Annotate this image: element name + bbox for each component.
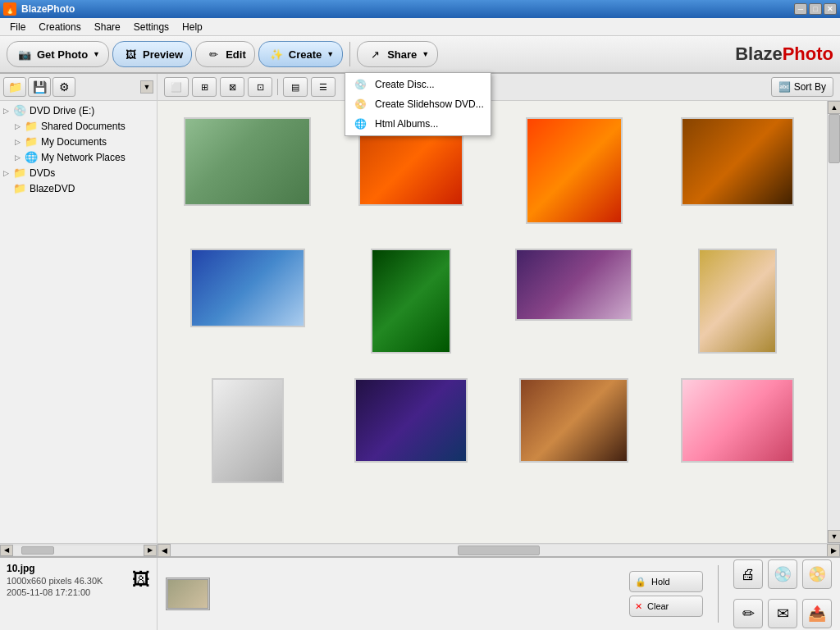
close-button[interactable]: ✕ (824, 3, 837, 15)
export-button[interactable]: 📤 (802, 599, 832, 628)
burn-cd-button[interactable]: 💿 (768, 559, 797, 589)
create-dropdown-menu: 💿 Create Disc... 📀 Create Slidehsow DVD.… (345, 72, 491, 136)
main-area: 📁 💾 ⚙ ▼ ▷ 💿 DVD Drive (E:) ▷ 📁 Shared Do… (0, 74, 840, 556)
minimize-button[interactable]: ─ (794, 3, 807, 15)
photo-item-9[interactable] (174, 378, 321, 483)
photo-thumb-5 (190, 249, 305, 327)
content-toolbar: ⬜ ⊞ ⊠ ⊡ ▤ ☰ 🔤 Sort By (158, 74, 840, 101)
photo-item-12[interactable] (664, 378, 810, 483)
scroll-track (828, 114, 840, 530)
print-button[interactable]: 🖨 (733, 559, 763, 589)
lock-icon: 🔒 (635, 577, 646, 587)
photo-grid (158, 101, 827, 543)
photo-thumb-9 (212, 378, 284, 483)
email-button[interactable]: ✉ (768, 599, 797, 628)
view-detail-button[interactable]: ☰ (311, 77, 336, 97)
content-body: ▲ ▼ (158, 101, 840, 543)
bottom-actions: 🔒 Hold ✕ Clear 🖨 💿 📀 ✏ ✉ 📤 (158, 558, 840, 630)
edit-small-button[interactable]: ✏ (733, 599, 763, 628)
photo-item-1[interactable] (174, 117, 321, 224)
menu-creations[interactable]: Creations (32, 20, 87, 34)
photo-thumb-7 (515, 249, 632, 321)
view-single-button[interactable]: ⬜ (164, 77, 189, 97)
h-scroll-thumb[interactable] (21, 546, 54, 555)
view-grid3-button[interactable]: ⊠ (220, 77, 244, 97)
photo-item-4[interactable] (664, 117, 810, 224)
edit-button[interactable]: ✏ Edit (195, 41, 255, 67)
file-date: 2005-11-08 17:21:00 (7, 587, 150, 597)
menu-help[interactable]: Help (176, 20, 209, 34)
menu-settings[interactable]: Settings (127, 20, 176, 34)
menubar: File Creations Share Settings Help (0, 18, 840, 36)
h-scroll-track (13, 546, 144, 555)
burn-dvd-button[interactable]: 📀 (802, 559, 832, 589)
bottom-separator (718, 565, 719, 623)
scroll-down-arrow[interactable]: ▼ (828, 530, 840, 543)
filename-label: 10.jpg (7, 563, 150, 574)
view-grid4-button[interactable]: ⊡ (248, 77, 272, 97)
file-dimensions: 1000x660 pixels 46.30K (7, 576, 150, 586)
menu-share[interactable]: Share (88, 20, 127, 34)
file-icon-area: 🖼 (132, 569, 150, 591)
html-icon: 🌐 (352, 117, 368, 130)
html-albums-item[interactable]: 🌐 Html Albums... (345, 114, 491, 134)
create-button[interactable]: ✨ Create ▼ (258, 41, 343, 67)
hold-clear-buttons: 🔒 Hold ✕ Clear (629, 571, 703, 617)
tree-item-network[interactable]: ▷ 🌐 My Network Places (13, 149, 155, 165)
sidebar-collapse-button[interactable]: ▼ (140, 80, 153, 94)
photo-item-11[interactable] (500, 378, 647, 483)
photo-item-7[interactable] (500, 249, 647, 354)
sidebar-new-button[interactable]: 📁 (3, 77, 26, 97)
photo-thumb-4 (681, 117, 794, 206)
tree-item-mydocs[interactable]: ▷ 📁 My Documents (13, 134, 155, 149)
clear-button[interactable]: ✕ Clear (629, 596, 703, 617)
slideshow-icon: 📀 (352, 98, 368, 111)
scroll-right-arrow[interactable]: ▶ (144, 545, 157, 556)
preview-icon: 🖼 (121, 45, 139, 63)
file-type-icon: 🖼 (132, 569, 150, 590)
scroll-up-arrow[interactable]: ▲ (828, 101, 840, 114)
view-filmstrip-button[interactable]: ▤ (283, 77, 308, 97)
hold-button[interactable]: 🔒 Hold (629, 571, 703, 592)
photo-item-3[interactable] (500, 117, 647, 224)
tree-item-shared[interactable]: ▷ 📁 Shared Documents (13, 118, 155, 134)
sidebar: 📁 💾 ⚙ ▼ ▷ 💿 DVD Drive (E:) ▷ 📁 Shared Do… (0, 74, 158, 556)
app-icon: 🔥 (3, 2, 16, 16)
photo-thumb-6 (371, 249, 451, 354)
preview-button[interactable]: 🖼 Preview (112, 41, 192, 67)
create-slideshow-item[interactable]: 📀 Create Slidehsow DVD... (345, 94, 491, 114)
h-scroll-right[interactable]: ▶ (827, 544, 840, 557)
scroll-thumb[interactable] (829, 114, 840, 163)
create-disc-item[interactable]: 💿 Create Disc... (345, 75, 491, 94)
photo-item-10[interactable] (337, 378, 484, 483)
photo-thumb-3 (526, 117, 623, 224)
sidebar-save-button[interactable]: 💾 (28, 77, 51, 97)
tree-item-blazedvd[interactable]: 📁 BlazeDVD (2, 180, 155, 196)
photo-item-6[interactable] (337, 249, 484, 354)
photo-item-8[interactable] (664, 249, 810, 354)
vertical-scrollbar: ▲ ▼ (827, 101, 840, 543)
titlebar: 🔥 BlazePhoto ─ □ ✕ (0, 0, 840, 18)
maximize-button[interactable]: □ (809, 3, 822, 15)
photo-thumb-8 (698, 249, 777, 354)
scroll-left-arrow[interactable]: ◀ (0, 545, 13, 556)
create-icon: ✨ (267, 45, 285, 63)
photo-thumb-1 (184, 117, 311, 206)
sidebar-toolbar: 📁 💾 ⚙ ▼ (0, 74, 157, 101)
sidebar-horizontal-scrollbar: ◀ ▶ (0, 543, 157, 556)
toolbar-separator (349, 42, 350, 66)
view-grid2-button[interactable]: ⊞ (192, 77, 217, 97)
tree-item-dvddrive[interactable]: ▷ 💿 DVD Drive (E:) (2, 103, 155, 118)
h-scroll-left[interactable]: ◀ (158, 544, 171, 557)
brand-logo: BlazePhoto (735, 43, 833, 65)
bottom-action-icons: 🖨 💿 📀 ✏ ✉ 📤 (733, 559, 832, 628)
sidebar-options-button[interactable]: ⚙ (52, 77, 75, 97)
h-scroll-thumb[interactable] (458, 546, 540, 555)
share-button[interactable]: ↗ Share ▼ (357, 41, 438, 67)
get-photo-button[interactable]: 📷 Get Photo ▼ (7, 41, 109, 67)
photo-item-5[interactable] (174, 249, 321, 354)
toolbar: 📷 Get Photo ▼ 🖼 Preview ✏ Edit ✨ Create … (0, 36, 840, 74)
tree-item-dvds[interactable]: ▷ 📁 DVDs (2, 165, 155, 180)
menu-file[interactable]: File (3, 20, 32, 34)
sort-by-button[interactable]: 🔤 Sort By (771, 77, 833, 97)
